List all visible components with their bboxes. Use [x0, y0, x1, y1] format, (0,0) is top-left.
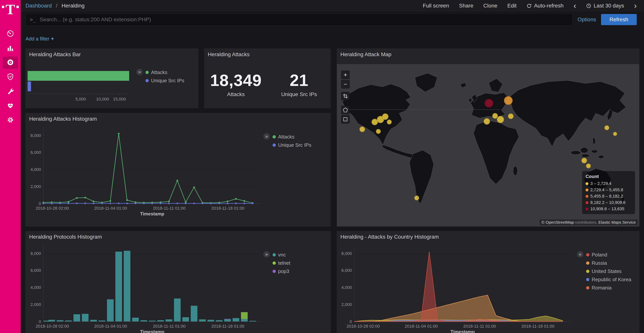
legend-expand-icon[interactable]: » — [263, 133, 270, 140]
search-input[interactable] — [39, 16, 568, 23]
sidebar-item-health[interactable] — [3, 100, 18, 112]
panel-attack-map: Heralding Attack Map +− Count 3 – 2,729.… — [337, 49, 640, 226]
map-legend-range-label: 10,908.6 – 13,635 — [590, 206, 624, 211]
top-navbar: Dashboard / Heralding Full screenShareCl… — [21, 0, 644, 12]
svg-text:6,000: 6,000 — [341, 268, 352, 273]
add-filter-button[interactable]: Add a filter+ — [26, 36, 54, 42]
topbar-actions: Full screenShareCloneEdit — [423, 3, 516, 9]
refresh-icon — [526, 3, 532, 9]
map-legend-color-dot — [586, 189, 588, 191]
gear-icon — [6, 116, 15, 125]
auto-refresh-button[interactable]: Auto-refresh — [526, 3, 564, 9]
svg-text:Timestamp: Timestamp — [140, 329, 164, 333]
legend-color-dot — [146, 79, 149, 82]
svg-text:6,000: 6,000 — [30, 150, 41, 155]
legend-color-dot — [146, 71, 149, 74]
map-legend-color-dot — [586, 201, 588, 204]
panel-title: Heralding - Attacks by Country Histogram — [340, 234, 439, 240]
protocols-histogram-legend: »vnctelnetpop3 — [263, 251, 290, 274]
sidebar-nav — [3, 26, 18, 126]
share-button[interactable]: Share — [459, 3, 474, 9]
map-canvas[interactable]: +− Count 3 – 2,729.42,729.4 – 5,455.85,4… — [337, 64, 639, 226]
legend-item[interactable]: United States — [586, 268, 631, 274]
map-legend-range-label: 8,182.2 – 10,908.6 — [590, 200, 626, 205]
legend-item[interactable]: Unique Src IPs — [272, 142, 311, 148]
protocols-histogram-chart[interactable]: 02,0004,0006,0008,0002018-10-28 02:00201… — [26, 231, 330, 333]
svg-text:2018-11-04 01:00: 2018-11-04 01:00 — [94, 206, 127, 211]
app-sidebar: T — [0, 0, 21, 333]
legend-color-dot — [586, 261, 590, 265]
legend-item[interactable]: Poland — [586, 252, 631, 258]
svg-text:2018-11-04 01:00: 2018-11-04 01:00 — [94, 324, 127, 328]
map-legend-color-dot — [586, 182, 588, 185]
map-legend-row: 5,455.8 – 8,182.2 — [586, 194, 632, 199]
panel-protocols-histogram: Heralding Protocols Histogram 02,0004,00… — [26, 231, 331, 333]
legend-item[interactable]: Russia — [586, 260, 631, 266]
legend-color-dot — [272, 270, 276, 273]
legend-color-dot — [586, 253, 590, 256]
legend-label: Unique Src IPs — [278, 142, 311, 148]
logo-dot-right — [16, 6, 19, 8]
time-range-button[interactable]: Last 30 days — [586, 3, 624, 9]
svg-text:2,000: 2,000 — [30, 184, 41, 189]
zoom-in-button[interactable]: + — [341, 71, 350, 79]
panel-title: Heralding Attacks — [208, 51, 250, 58]
legend-item[interactable]: Unique Src IPs — [146, 78, 184, 84]
legend-color-dot — [272, 261, 276, 265]
svg-text:2018-11-11 01:00: 2018-11-11 01:00 — [153, 324, 186, 328]
legend-item[interactable]: vnc — [272, 252, 290, 258]
svg-text:2018-10-28 02:00: 2018-10-28 02:00 — [36, 324, 69, 328]
zoom-out-button[interactable]: − — [341, 80, 350, 88]
map-legend-title: Count — [586, 174, 632, 179]
legend-color-dot — [586, 270, 590, 273]
sidebar-item-kibana[interactable] — [3, 57, 18, 69]
osm-attribution-link[interactable]: © OpenStreetMap — [542, 220, 574, 224]
time-forward-chevron[interactable]: › — [634, 3, 637, 9]
legend-item[interactable]: Romania — [586, 285, 631, 291]
legend-expand-icon[interactable]: » — [577, 251, 584, 258]
svg-text:0: 0 — [39, 201, 41, 206]
sidebar-item-dashboard[interactable] — [3, 28, 18, 40]
legend-item[interactable]: Republic of Korea — [586, 277, 631, 282]
legend-item[interactable]: Attacks — [146, 70, 184, 75]
sidebar-item-analytics[interactable] — [3, 42, 18, 55]
gauge-icon — [6, 29, 15, 39]
legend-expand-icon[interactable]: » — [136, 69, 143, 75]
time-back-chevron[interactable]: ‹ — [574, 3, 576, 9]
ems-attribution-link[interactable]: Elastic Maps Service — [598, 220, 636, 224]
crop-button[interactable] — [341, 92, 350, 100]
sidebar-item-security[interactable] — [3, 71, 18, 83]
legend-label: Republic of Korea — [592, 277, 631, 282]
breadcrumb-current: Heralding — [62, 3, 84, 9]
breadcrumb-dashboard-link[interactable]: Dashboard — [26, 3, 52, 9]
logo-letter: T — [6, 3, 15, 16]
clock-icon — [586, 3, 591, 9]
metric-unique-src-ips: 21 Unique Src IPs — [268, 71, 331, 97]
legend-color-dot — [272, 253, 276, 256]
sidebar-item-tools[interactable] — [3, 85, 18, 98]
map-legend-range-label: 2,729.4 – 5,455.8 — [590, 187, 623, 192]
legend-label: Romania — [592, 285, 612, 291]
svg-text:0: 0 — [350, 319, 352, 324]
options-link[interactable]: Options — [578, 17, 596, 23]
chart-icon — [6, 44, 15, 53]
map-count-legend: Count 3 – 2,729.42,729.4 – 5,455.85,455.… — [582, 171, 635, 214]
sidebar-item-settings[interactable] — [3, 114, 18, 126]
svg-text:2018-11-04 01:00: 2018-11-04 01:00 — [405, 324, 438, 328]
attacks-histogram-chart[interactable]: 02,0004,0006,0008,0002018-10-28 02:00201… — [26, 113, 330, 226]
draw-polygon-button[interactable] — [341, 106, 350, 114]
draw-rectangle-button[interactable] — [341, 115, 350, 124]
legend-expand-icon[interactable]: » — [263, 251, 270, 258]
full-screen-button[interactable]: Full screen — [423, 3, 449, 9]
svg-text:4,000: 4,000 — [341, 285, 352, 290]
svg-text:2018-11-18 01:00: 2018-11-18 01:00 — [522, 324, 554, 328]
refresh-button[interactable]: Refresh — [601, 14, 637, 25]
breadcrumb: Dashboard / Heralding — [26, 3, 84, 9]
legend-item[interactable]: pop3 — [272, 268, 290, 274]
edit-button[interactable]: Edit — [507, 3, 516, 9]
clone-button[interactable]: Clone — [484, 3, 498, 9]
legend-item[interactable]: Attacks — [272, 134, 311, 140]
map-legend-rows: 3 – 2,729.42,729.4 – 5,455.85,455.8 – 8,… — [586, 181, 632, 211]
metric-value: 21 — [268, 71, 331, 90]
legend-item[interactable]: telnet — [272, 260, 290, 266]
